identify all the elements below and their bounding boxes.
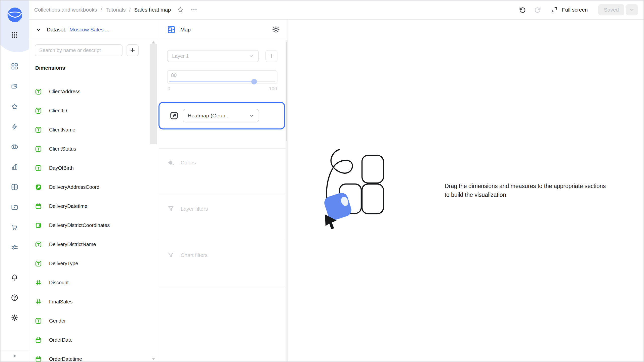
field-item[interactable]: Discount [35, 273, 152, 292]
sidebar-expand-button[interactable] [1, 350, 29, 361]
field-date-icon [35, 203, 42, 209]
map-settings-gear-icon[interactable] [272, 26, 280, 34]
saved-button[interactable]: Saved [598, 4, 624, 15]
field-text-icon [35, 108, 42, 114]
visualization-header: Map [159, 20, 288, 40]
opacity-value: 80 [171, 72, 177, 78]
field-item[interactable]: ClientID [35, 101, 152, 120]
field-item[interactable]: OrderDatetime [35, 349, 152, 361]
empty-state-hint: Drag the dimensions and measures to the … [445, 182, 611, 199]
sidebar-item-overlapping-circles[interactable] [11, 143, 18, 151]
chevron-down-icon [248, 53, 254, 59]
field-text-icon [35, 241, 42, 248]
breadcrumb-item[interactable]: Collections and workbooks [34, 7, 97, 13]
field-item[interactable]: DeliveryDatetime [35, 197, 152, 216]
field-text-icon [35, 318, 42, 324]
plus-icon [129, 47, 136, 54]
field-label: DeliveryDistrictName [49, 242, 96, 247]
section-colors[interactable]: Colors [159, 148, 288, 195]
dataset-header: Dataset: Moscow Sales ... [29, 20, 158, 40]
layer-select[interactable]: Layer 1 [167, 50, 259, 62]
datalens-logo[interactable] [8, 8, 22, 22]
sidebar-item-layout-grid[interactable] [11, 183, 18, 191]
scroll-down-arrow-icon[interactable] [152, 358, 155, 360]
dimensions-list: ClientAddressClientIDClientNameClientSta… [35, 82, 152, 361]
add-layer-button[interactable] [265, 50, 277, 62]
opacity-scale-labels: 0 100 [167, 86, 277, 92]
field-item[interactable]: DeliveryDistrictName [35, 235, 152, 254]
field-label: OrderDatetime [49, 356, 82, 362]
sidebar-item-collections[interactable] [11, 83, 18, 90]
outline-square [362, 184, 383, 214]
sidebar-item-folder-media[interactable] [11, 203, 18, 211]
panel-scrollbar[interactable] [286, 40, 288, 361]
collapse-dataset-icon[interactable] [35, 26, 42, 33]
field-item[interactable]: OrderDate [35, 330, 152, 349]
field-item[interactable]: FinalSales [35, 292, 152, 311]
breadcrumb-item[interactable]: Tutorials [106, 7, 126, 13]
redo-button[interactable] [534, 6, 541, 14]
fields-scrollbar[interactable] [150, 41, 157, 360]
opacity-slider-handle[interactable] [251, 79, 257, 84]
geotype-select[interactable]: Heatmap (Geop... [183, 109, 259, 122]
section-label: Chart filters [181, 252, 208, 258]
section-label: Colors [181, 160, 196, 166]
scrollbar-thumb[interactable] [286, 42, 287, 141]
section-label: Layer filters [181, 206, 208, 212]
field-item[interactable]: DeliveryAddressCoord [35, 177, 152, 197]
breadcrumb-item: Sales heat map [134, 7, 171, 13]
chevron-down-icon [249, 112, 255, 119]
empty-state-illustration [321, 149, 384, 232]
field-date-icon [35, 337, 42, 343]
field-label: DeliveryDistrictCoordinates [49, 222, 110, 228]
field-item[interactable]: ClientName [35, 120, 152, 139]
sidebar-item-bell[interactable] [11, 274, 18, 281]
geotype-drop-zone[interactable]: Heatmap (Geop... [158, 102, 285, 129]
field-item[interactable]: ClientAddress [35, 82, 152, 101]
funnel-icon [167, 251, 175, 259]
visualization-title: Map [180, 27, 191, 33]
dataset-name-link[interactable]: Moscow Sales ... [69, 27, 109, 33]
field-label: Gender [49, 318, 66, 324]
sidebar-item-bar-chart[interactable] [11, 163, 18, 171]
sidebar-item-cart[interactable] [11, 223, 18, 231]
field-item[interactable]: DayOfBirth [35, 158, 152, 177]
visualization-body: Layer 1 80 0 100 [159, 40, 288, 361]
field-search-input[interactable] [35, 44, 123, 56]
sidebar-item-gear[interactable] [11, 314, 18, 322]
save-menu-button[interactable] [626, 4, 638, 15]
opacity-min-label: 0 [168, 86, 170, 92]
expand-icon [551, 6, 558, 13]
sidebar-item-star[interactable] [11, 103, 18, 110]
opacity-slider-track[interactable] [169, 81, 275, 82]
favorite-star-icon[interactable] [177, 6, 184, 13]
field-text-icon [35, 127, 42, 133]
field-text-icon [35, 165, 42, 171]
add-field-button[interactable] [127, 44, 139, 56]
scrollbar-thumb[interactable] [150, 44, 157, 144]
field-label: ClientName [49, 127, 75, 133]
more-menu-icon[interactable] [190, 6, 197, 13]
section-chart-filters[interactable]: Chart filters [159, 241, 288, 287]
apps-grid-icon[interactable] [11, 31, 18, 39]
section-layer-filters[interactable]: Layer filters [159, 195, 288, 241]
sidebar-item-tune-sliders[interactable] [11, 244, 18, 251]
field-label: ClientID [49, 108, 67, 114]
field-item[interactable]: ClientStatus [35, 139, 152, 158]
chevron-down-icon [629, 7, 635, 13]
scroll-up-arrow-icon[interactable] [152, 41, 155, 43]
full-screen-button[interactable]: Full screen [551, 6, 588, 13]
undo-button[interactable] [519, 6, 526, 14]
opacity-slider-fill [169, 81, 254, 82]
field-item[interactable]: DeliveryDistrictCoordinates [35, 216, 152, 235]
field-label: OrderDate [49, 337, 72, 343]
section-row: Chart filters [167, 251, 288, 259]
sidebar-item-squares-grid[interactable] [11, 63, 18, 70]
field-label: ClientStatus [49, 146, 76, 152]
sidebar-item-lightning[interactable] [11, 123, 18, 130]
field-item[interactable]: DeliveryType [35, 254, 152, 273]
field-item[interactable]: Gender [35, 311, 152, 330]
map-icon[interactable] [167, 26, 175, 34]
section-row: Layer filters [167, 205, 288, 213]
sidebar-item-help[interactable] [11, 294, 18, 301]
